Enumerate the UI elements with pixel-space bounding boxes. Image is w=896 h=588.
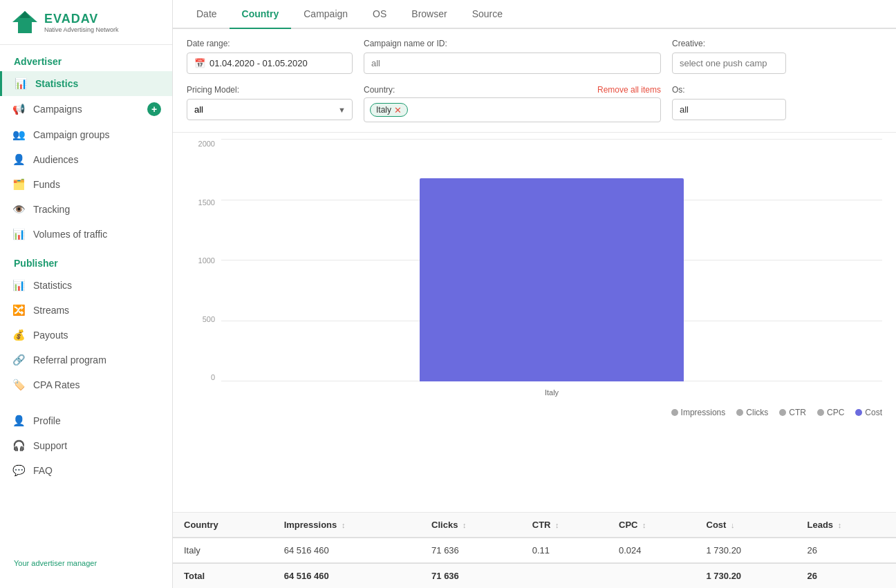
sidebar-item-label-funds: Funds bbox=[33, 179, 60, 190]
cpa_rates-icon: 🏷️ bbox=[11, 379, 26, 391]
os-input[interactable]: all bbox=[672, 99, 786, 120]
country-label: Country: bbox=[364, 85, 395, 95]
sidebar-item-support[interactable]: 🎧 Support bbox=[0, 433, 172, 458]
tab-os[interactable]: OS bbox=[360, 0, 399, 29]
country-tags-box[interactable]: Italy ✕ bbox=[364, 97, 661, 122]
col-header-ctr[interactable]: CTR ↕ bbox=[521, 513, 608, 538]
sidebar-item-cpa_rates[interactable]: 🏷️ CPA Rates bbox=[0, 372, 172, 397]
tab-date[interactable]: Date bbox=[184, 0, 230, 29]
sidebar-item-label-payouts: Payouts bbox=[33, 330, 68, 341]
sidebar-item-volumes[interactable]: 📊 Volumes of traffic bbox=[0, 222, 172, 247]
legend-label-impressions: Impressions bbox=[681, 408, 726, 417]
sidebar-item-label-audiences: Audiences bbox=[33, 154, 78, 165]
country-filter-header: Country: Remove all items bbox=[364, 85, 661, 95]
sidebar-item-label-profile: Profile bbox=[33, 415, 61, 426]
legend-item-cost: Cost bbox=[855, 408, 882, 417]
col-header-leads[interactable]: Leads ↕ bbox=[796, 513, 896, 538]
profile-icon: 👤 bbox=[11, 415, 26, 427]
sort-icon: ↕ bbox=[838, 521, 842, 529]
legend-dot-ctr bbox=[779, 409, 786, 416]
funds-icon: 🗂️ bbox=[11, 178, 26, 191]
tab-browser[interactable]: Browser bbox=[399, 0, 459, 29]
sidebar-item-funds[interactable]: 🗂️ Funds bbox=[0, 172, 172, 197]
sidebar-item-label-statistics: Statistics bbox=[35, 78, 78, 89]
cell-ctr: 0.11 bbox=[521, 538, 608, 563]
sidebar-item-campaign_groups[interactable]: 👥 Campaign groups bbox=[0, 122, 172, 147]
creative-filter-group: Creative: bbox=[672, 39, 786, 74]
tab-country[interactable]: Country bbox=[230, 0, 292, 29]
sidebar-item-audiences[interactable]: 👤 Audiences bbox=[0, 147, 172, 172]
sidebar-item-faq[interactable]: 💬 FAQ bbox=[0, 458, 172, 483]
sidebar-item-streams[interactable]: 🔀 Streams bbox=[0, 298, 172, 323]
volumes-icon: 📊 bbox=[11, 228, 26, 240]
country-tags-container: Italy ✕ bbox=[370, 103, 408, 117]
logo-text-sub: Native Advertising Network bbox=[44, 26, 119, 33]
footer-cell-clicks: 71 636 bbox=[420, 563, 521, 588]
sidebar-item-label-faq: FAQ bbox=[33, 465, 53, 476]
sidebar-item-payouts[interactable]: 💰 Payouts bbox=[0, 323, 172, 348]
italy-bar: Italy bbox=[420, 178, 684, 381]
os-value: all bbox=[680, 104, 689, 115]
cell-impressions: 64 516 460 bbox=[273, 538, 420, 563]
sidebar-item-label-campaign_groups: Campaign groups bbox=[33, 129, 110, 140]
date-range-input[interactable]: 📅 01.04.2020 - 01.05.2020 bbox=[187, 53, 353, 74]
col-header-cost[interactable]: Cost ↓ bbox=[696, 513, 796, 538]
creative-text-input[interactable] bbox=[680, 58, 778, 68]
y-label-3: 1500 bbox=[187, 198, 218, 207]
sidebar-item-referral[interactable]: 🔗 Referral program bbox=[0, 348, 172, 372]
table-head: CountryImpressions ↕Clicks ↕CTR ↕CPC ↕Co… bbox=[173, 513, 896, 538]
bar-label: Italy bbox=[545, 388, 559, 397]
cell-country: Italy bbox=[173, 538, 273, 563]
date-range-value: 01.04.2020 - 01.05.2020 bbox=[209, 58, 308, 68]
sidebar-item-label-support: Support bbox=[33, 440, 67, 451]
sidebar-item-pub_statistics[interactable]: 📊 Statistics bbox=[0, 273, 172, 298]
sidebar: EVADAV Native Advertising Network Advert… bbox=[0, 0, 173, 588]
sort-icon-desc: ↓ bbox=[731, 521, 735, 529]
sidebar-item-profile[interactable]: 👤 Profile bbox=[0, 408, 172, 433]
calendar-icon: 📅 bbox=[194, 58, 205, 68]
footer-cell-leads: 26 bbox=[796, 563, 896, 588]
footer-cell-ctr bbox=[521, 563, 608, 588]
pricing-model-select[interactable]: all CPC CPM CPA bbox=[187, 99, 353, 120]
y-label-1: 500 bbox=[187, 315, 218, 323]
country-tag-italy: Italy ✕ bbox=[370, 103, 408, 117]
date-range-label: Date range: bbox=[187, 39, 353, 48]
faq-icon: 💬 bbox=[11, 464, 26, 477]
footer-cell-cpc bbox=[608, 563, 696, 588]
sidebar-item-statistics[interactable]: 📊 Statistics bbox=[0, 71, 172, 96]
remove-tag-italy[interactable]: ✕ bbox=[394, 106, 402, 115]
sidebar-item-label-streams: Streams bbox=[33, 305, 69, 316]
footer-cell-country: Total bbox=[173, 563, 273, 588]
col-header-cpc[interactable]: CPC ↕ bbox=[608, 513, 696, 538]
legend-item-impressions: Impressions bbox=[671, 408, 726, 417]
add-campaign-button[interactable]: + bbox=[147, 102, 161, 116]
tabs-bar: DateCountryCampaignOSBrowserSource bbox=[173, 0, 896, 29]
chart-y-labels: 0500100015002000 bbox=[187, 140, 218, 381]
os-label: Os: bbox=[672, 85, 786, 95]
campaign-filter-group: Campaign name or ID: bbox=[364, 39, 661, 74]
sidebar-item-campaigns[interactable]: 📢 Campaigns + bbox=[0, 96, 172, 122]
statistics-table: CountryImpressions ↕Clicks ↕CTR ↕CPC ↕Co… bbox=[173, 513, 896, 588]
table-foot: Total64 516 46071 6361 730.2026 bbox=[173, 563, 896, 588]
tab-source[interactable]: Source bbox=[460, 0, 515, 29]
col-header-country: Country bbox=[173, 513, 273, 538]
publisher-section-label: Publisher bbox=[0, 247, 172, 273]
support-icon: 🎧 bbox=[11, 439, 26, 452]
sidebar-item-tracking[interactable]: 👁️ Tracking bbox=[0, 197, 172, 222]
bar-chart-bars: Italy bbox=[221, 140, 882, 381]
pricing-model-label: Pricing Model: bbox=[187, 85, 353, 95]
remove-all-items-button[interactable]: Remove all items bbox=[597, 85, 661, 95]
col-header-impressions[interactable]: Impressions ↕ bbox=[273, 513, 420, 538]
cell-leads: 26 bbox=[796, 538, 896, 563]
col-header-clicks[interactable]: Clicks ↕ bbox=[420, 513, 521, 538]
campaign-input[interactable] bbox=[364, 53, 661, 74]
country-filter-group: Country: Remove all items Italy ✕ bbox=[364, 85, 661, 122]
campaign_groups-icon: 👥 bbox=[11, 129, 26, 141]
tab-campaign[interactable]: Campaign bbox=[291, 0, 360, 29]
campaign-text-input[interactable] bbox=[371, 58, 653, 68]
table-header-row: CountryImpressions ↕Clicks ↕CTR ↕CPC ↕Co… bbox=[173, 513, 896, 538]
pricing-model-group: Pricing Model: all CPC CPM CPA ▼ bbox=[187, 85, 353, 120]
cell-cost: 1 730.20 bbox=[696, 538, 796, 563]
legend-label-ctr: CTR bbox=[789, 408, 806, 417]
creative-input[interactable] bbox=[672, 53, 786, 74]
